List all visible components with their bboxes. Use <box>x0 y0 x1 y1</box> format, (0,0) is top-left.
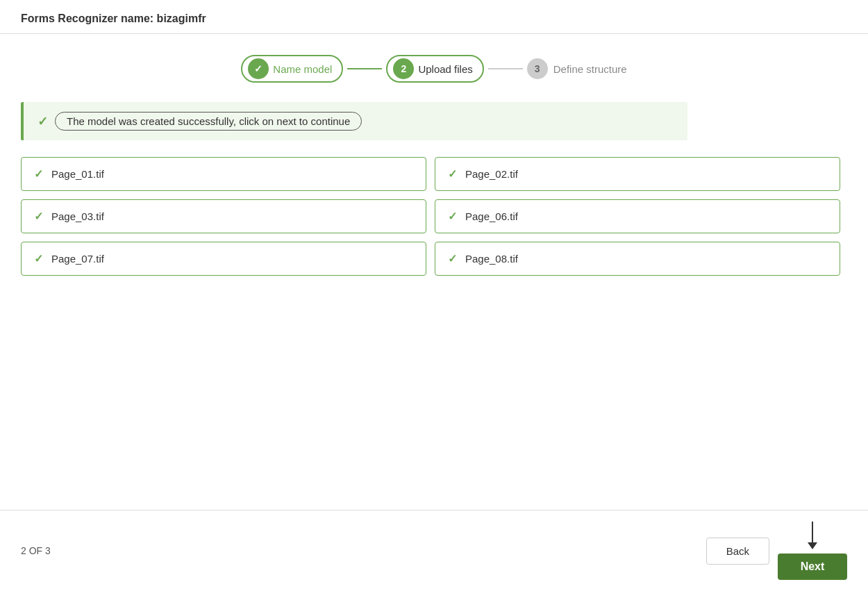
bottom-buttons: Back Next <box>706 522 847 580</box>
bottom-bar: 2 OF 3 Back Next <box>0 510 868 591</box>
file-name: Page_02.tif <box>465 168 518 180</box>
file-name: Page_03.tif <box>51 210 104 222</box>
step-2-circle: 2 <box>393 58 414 79</box>
file-check-icon: ✓ <box>34 210 43 223</box>
step-3-circle: 3 <box>527 58 548 79</box>
step-2-label: Upload files <box>418 63 472 75</box>
page-title: Forms Recognizer name: bizagimfr <box>21 13 206 24</box>
step-1: ✓ Name model <box>241 55 343 83</box>
file-item: ✓ Page_06.tif <box>435 199 840 233</box>
step-1-circle: ✓ <box>248 58 269 79</box>
file-check-icon: ✓ <box>448 210 457 223</box>
back-button[interactable]: Back <box>706 538 769 565</box>
header-recognizer-name: bizagimfr <box>157 13 206 24</box>
file-name: Page_07.tif <box>51 253 104 265</box>
step-3-label: Define structure <box>553 63 627 75</box>
file-name: Page_01.tif <box>51 168 104 180</box>
file-item: ✓ Page_03.tif <box>21 199 426 233</box>
header-label: Forms Recognizer name: <box>21 13 153 24</box>
file-check-icon: ✓ <box>448 252 457 265</box>
step-2: 2 Upload files <box>386 55 483 83</box>
file-check-icon: ✓ <box>34 252 43 265</box>
step-connector-1 <box>347 68 382 69</box>
success-check-icon: ✓ <box>37 114 48 129</box>
stepper: ✓ Name model 2 Upload files 3 Define str… <box>21 48 847 83</box>
step-3: 3 Define structure <box>527 58 627 79</box>
file-item: ✓ Page_08.tif <box>435 242 840 276</box>
down-arrow-icon <box>808 522 817 549</box>
step-1-label: Name model <box>273 63 332 75</box>
file-item: ✓ Page_02.tif <box>435 157 840 191</box>
page-indicator: 2 OF 3 <box>21 545 51 556</box>
next-button-container: Next <box>778 522 847 580</box>
step-connector-2 <box>488 68 523 69</box>
file-check-icon: ✓ <box>448 167 457 181</box>
file-item: ✓ Page_01.tif <box>21 157 426 191</box>
content-area: ✓ Name model 2 Upload files 3 Define str… <box>0 34 868 290</box>
file-check-icon: ✓ <box>34 167 43 181</box>
file-item: ✓ Page_07.tif <box>21 242 426 276</box>
next-button[interactable]: Next <box>778 553 847 580</box>
success-message: The model was created successfully, clic… <box>55 112 362 131</box>
page-header: Forms Recognizer name: bizagimfr <box>0 0 868 34</box>
file-grid: ✓ Page_01.tif ✓ Page_02.tif ✓ Page_03.ti… <box>21 157 840 276</box>
file-name: Page_08.tif <box>465 253 518 265</box>
file-name: Page_06.tif <box>465 210 518 222</box>
success-banner: ✓ The model was created successfully, cl… <box>21 102 687 140</box>
